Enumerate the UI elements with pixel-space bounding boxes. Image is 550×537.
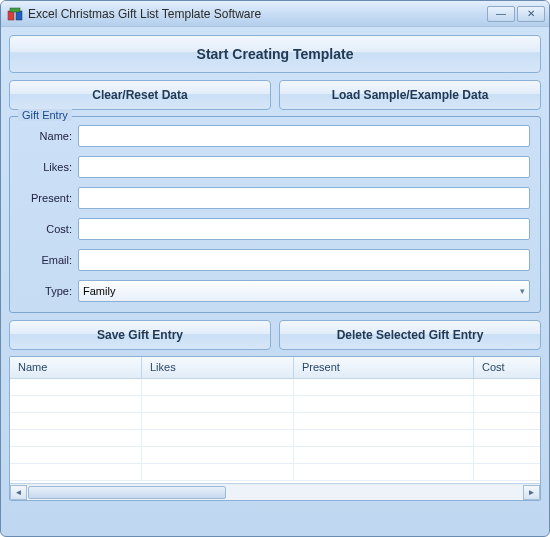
entry-buttons-row: Save Gift Entry Delete Selected Gift Ent… <box>9 320 541 350</box>
likes-row: Likes: <box>20 156 530 178</box>
svg-rect-0 <box>8 11 14 20</box>
app-window: Excel Christmas Gift List Template Softw… <box>0 0 550 537</box>
cost-input[interactable] <box>78 218 530 240</box>
delete-gift-button[interactable]: Delete Selected Gift Entry <box>279 320 541 350</box>
grid-header: Name Likes Present Cost <box>10 357 540 379</box>
table-row <box>10 413 540 430</box>
fieldset-legend: Gift Entry <box>18 109 72 121</box>
titlebar: Excel Christmas Gift List Template Softw… <box>1 1 549 27</box>
type-value: Family <box>83 285 115 297</box>
scroll-right-icon[interactable]: ► <box>523 485 540 500</box>
present-row: Present: <box>20 187 530 209</box>
type-label: Type: <box>20 285 78 297</box>
save-gift-button[interactable]: Save Gift Entry <box>9 320 271 350</box>
window-title: Excel Christmas Gift List Template Softw… <box>28 7 487 21</box>
client-area: Start Creating Template Clear/Reset Data… <box>1 27 549 509</box>
likes-input[interactable] <box>78 156 530 178</box>
email-label: Email: <box>20 254 78 266</box>
gift-grid: Name Likes Present Cost <box>9 356 541 501</box>
window-controls: — ✕ <box>487 6 545 22</box>
col-header-present[interactable]: Present <box>294 357 474 378</box>
svg-rect-1 <box>16 11 22 20</box>
load-sample-button[interactable]: Load Sample/Example Data <box>279 80 541 110</box>
scroll-left-icon[interactable]: ◄ <box>10 485 27 500</box>
col-header-name[interactable]: Name <box>10 357 142 378</box>
gift-entry-fieldset: Gift Entry Name: Likes: Present: Cost: E… <box>9 116 541 313</box>
col-header-cost[interactable]: Cost <box>474 357 540 378</box>
col-header-likes[interactable]: Likes <box>142 357 294 378</box>
close-button[interactable]: ✕ <box>517 6 545 22</box>
cost-label: Cost: <box>20 223 78 235</box>
type-row: Type: Family ▾ <box>20 280 530 302</box>
data-buttons-row: Clear/Reset Data Load Sample/Example Dat… <box>9 80 541 110</box>
table-row <box>10 464 540 481</box>
present-label: Present: <box>20 192 78 204</box>
name-input[interactable] <box>78 125 530 147</box>
present-input[interactable] <box>78 187 530 209</box>
app-icon <box>7 6 23 22</box>
table-row <box>10 447 540 464</box>
scroll-track[interactable] <box>27 485 523 500</box>
start-creating-button[interactable]: Start Creating Template <box>9 35 541 73</box>
email-row: Email: <box>20 249 530 271</box>
svg-rect-2 <box>10 8 20 12</box>
type-select[interactable]: Family ▾ <box>78 280 530 302</box>
minimize-button[interactable]: — <box>487 6 515 22</box>
table-row <box>10 396 540 413</box>
table-row <box>10 430 540 447</box>
name-label: Name: <box>20 130 78 142</box>
chevron-down-icon: ▾ <box>520 286 525 296</box>
likes-label: Likes: <box>20 161 78 173</box>
clear-reset-button[interactable]: Clear/Reset Data <box>9 80 271 110</box>
grid-body[interactable] <box>10 379 540 482</box>
cost-row: Cost: <box>20 218 530 240</box>
horizontal-scrollbar[interactable]: ◄ ► <box>10 483 540 500</box>
table-row <box>10 379 540 396</box>
scroll-thumb[interactable] <box>28 486 226 499</box>
name-row: Name: <box>20 125 530 147</box>
email-input[interactable] <box>78 249 530 271</box>
